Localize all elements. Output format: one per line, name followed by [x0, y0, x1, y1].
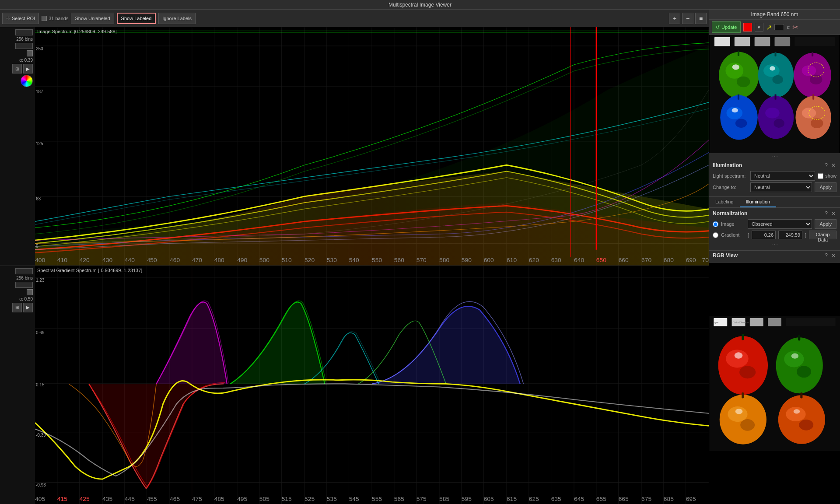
svg-point-182: [797, 366, 811, 378]
svg-rect-179: [742, 334, 744, 340]
image-spectrum-svg: 400 410 420 430 440 450 460 470 480 490 …: [35, 27, 709, 266]
select-roi-button[interactable]: ⊹ Select ROI: [2, 13, 39, 24]
color-dropdown[interactable]: ▾: [755, 23, 763, 32]
svg-text:570: 570: [416, 257, 427, 263]
y-tick-0-15: 0.15: [36, 382, 44, 387]
expand-btn-2[interactable]: ⊞: [12, 303, 22, 312]
normalization-help-btn[interactable]: ?: [824, 210, 829, 217]
svg-point-193: [794, 409, 800, 413]
gradient-min-input[interactable]: [752, 231, 776, 239]
ignore-labels-button[interactable]: Ignore Labels: [158, 13, 196, 24]
svg-point-177: [739, 366, 756, 378]
svg-point-192: [799, 420, 813, 430]
illumination-help-btn[interactable]: ?: [824, 162, 829, 168]
y-range-control-mid[interactable]: [15, 43, 33, 49]
illumination-apply-button[interactable]: Apply: [815, 182, 836, 192]
tab-labeling[interactable]: Labeling: [709, 197, 740, 207]
svg-text:420: 420: [80, 257, 90, 263]
svg-text:440: 440: [125, 257, 135, 263]
svg-text:605: 605: [484, 496, 494, 502]
y-range-control-mid-2[interactable]: [15, 282, 33, 288]
y-range-control-top-2[interactable]: [15, 268, 33, 274]
normalization-apply-button[interactable]: Apply: [815, 219, 836, 229]
gradient-radio-row: Gradient [ ] Clamp Data: [713, 231, 836, 239]
tab-illumination[interactable]: Illumination: [740, 197, 777, 207]
top-controls-bar: ↺ Update ▾ ↗ α ✂: [709, 20, 840, 35]
color-wheel-1[interactable]: [21, 75, 33, 87]
y-tick-125: 125: [36, 141, 43, 146]
zoom-in-button[interactable]: +: [669, 13, 680, 24]
svg-point-147: [802, 65, 816, 76]
settings-button[interactable]: ≡: [695, 13, 707, 24]
bins-label-1: 256 bins: [16, 37, 33, 42]
svg-text:555: 555: [372, 496, 382, 502]
expand-btn-1[interactable]: ⊞: [12, 64, 22, 74]
svg-point-140: [737, 77, 750, 87]
band-color-indicator-2: [27, 289, 33, 295]
svg-point-187: [740, 419, 755, 431]
color-swatch-red[interactable]: [743, 23, 752, 32]
svg-point-153: [732, 108, 738, 112]
show-unlabeled-button[interactable]: Show Unlabeled: [71, 13, 114, 24]
svg-rect-165: [775, 94, 777, 100]
light-spectrum-select[interactable]: Neutral Daylight Fluorescent: [750, 171, 815, 181]
rgb-view-title: RGB View: [713, 252, 738, 259]
change-to-select[interactable]: Neutral Daylight: [750, 182, 812, 192]
svg-text:610: 610: [507, 257, 517, 263]
svg-point-178: [735, 352, 743, 358]
next-btn-1[interactable]: ▶: [23, 64, 33, 74]
multispectral-image-preview[interactable]: [709, 35, 840, 153]
svg-text:400: 400: [35, 257, 45, 263]
rgb-image-preview[interactable]: gre ColorChecker: [709, 263, 840, 504]
normalization-close-btn[interactable]: ✕: [830, 210, 836, 217]
y-tick-0: 0: [36, 244, 38, 248]
svg-text:655: 655: [596, 496, 606, 502]
svg-point-188: [735, 409, 742, 414]
svg-text:490: 490: [237, 257, 247, 263]
svg-text:520: 520: [304, 257, 315, 263]
svg-text:560: 560: [394, 257, 404, 263]
svg-point-141: [732, 64, 739, 70]
y-tick-187: 187: [36, 89, 43, 94]
spectral-gradient-controls: 256 bins α: 0.50 ⊞ ▶: [0, 266, 35, 504]
show-label: show: [825, 173, 836, 178]
svg-text:640: 640: [574, 257, 584, 263]
svg-text:495: 495: [237, 496, 247, 502]
spectral-gradient-container: 256 bins α: 0.50 ⊞ ▶ Spectral Gradient S…: [0, 266, 709, 504]
image-radio[interactable]: [713, 221, 718, 227]
normalization-header: Normalization ? ✕: [713, 210, 836, 217]
show-labeled-button[interactable]: Show Labeled: [117, 13, 156, 24]
light-spectrum-row: Light spectrum: Neutral Daylight Fluores…: [713, 171, 836, 181]
spectral-gradient-canvas[interactable]: Spectral Gradient Spectrum [-0.934699..1…: [35, 266, 709, 504]
bands-label: 31 bands: [42, 16, 68, 21]
rgb-view-close-btn[interactable]: ✕: [830, 252, 836, 259]
rgb-image-svg: gre ColorChecker: [709, 263, 840, 504]
app-title: Multispectral Image Viewer: [388, 2, 452, 8]
svg-rect-172: [786, 318, 835, 326]
update-icon: ↺: [716, 24, 720, 30]
gradient-radio[interactable]: [713, 232, 718, 238]
svg-rect-164: [738, 94, 739, 100]
y-range-control-top[interactable]: [15, 29, 33, 35]
title-bar: Multispectral Image Viewer: [0, 0, 840, 10]
zoom-out-button[interactable]: −: [682, 13, 693, 24]
svg-text:625: 625: [529, 496, 539, 502]
clamp-data-button[interactable]: Clamp Data: [809, 231, 836, 239]
scissors-icon: ✂: [792, 23, 798, 32]
gradient-max-input[interactable]: [778, 231, 802, 239]
illumination-close-btn[interactable]: ✕: [830, 162, 836, 168]
next-btn-2[interactable]: ▶: [23, 303, 33, 312]
rgb-view-header: RGB View ? ✕: [709, 251, 840, 260]
charts-area: 256 bins α: 0.39 ⊞ ▶ Image Spectrum [0.2…: [0, 27, 709, 504]
rgb-view-help-btn[interactable]: ?: [824, 252, 829, 259]
svg-text:535: 535: [327, 496, 337, 502]
image-spectrum-canvas[interactable]: Image Spectrum [0.256809..249.588] 250 1…: [35, 27, 709, 266]
svg-text:gre: gre: [714, 321, 718, 324]
change-to-row: Change to: Neutral Daylight Apply: [713, 182, 836, 192]
update-button[interactable]: ↺ Update: [712, 21, 741, 33]
show-checkbox-input[interactable]: [818, 173, 823, 179]
illumination-section: Illumination ? ✕ Light spectrum: Neutral…: [709, 160, 840, 197]
svg-text:675: 675: [641, 496, 651, 502]
image-norm-select[interactable]: Observed Normalized: [748, 219, 812, 229]
svg-text:480: 480: [214, 257, 224, 263]
